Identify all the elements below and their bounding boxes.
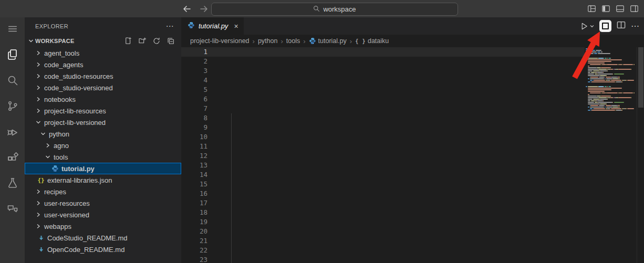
- line-number[interactable]: 16: [181, 189, 207, 198]
- new-file-icon[interactable]: [124, 37, 132, 46]
- tree-folder-webapps[interactable]: webapps: [25, 220, 181, 232]
- back-arrow-icon[interactable]: [183, 5, 191, 13]
- line-number[interactable]: 14: [181, 170, 207, 180]
- activity-bar-run-debug-icon[interactable]: [6, 125, 19, 139]
- breadcrumb-label: tools: [286, 37, 300, 45]
- tree-folder-code_studio-resources[interactable]: code_studio-resources: [25, 70, 181, 82]
- line-number[interactable]: 7: [181, 104, 207, 113]
- minimap[interactable]: [585, 47, 637, 263]
- line-number[interactable]: 3: [181, 66, 207, 76]
- customize-layout-icon[interactable]: [587, 4, 596, 13]
- tree-folder-agno[interactable]: agno: [25, 140, 181, 151]
- scrollbar-slider[interactable]: [638, 47, 643, 108]
- activity-bar-menu-icon[interactable]: [6, 22, 19, 36]
- chevron-down-icon: [27, 38, 35, 44]
- tree-item-label: notebooks: [44, 96, 76, 103]
- tree-item-label: external-libraries.json: [47, 176, 112, 184]
- chevron-right-icon: [34, 224, 43, 229]
- tree-folder-recipes[interactable]: recipes: [25, 186, 181, 197]
- scrollbar-track[interactable]: [637, 47, 644, 263]
- line-number[interactable]: 15: [181, 180, 207, 189]
- tree-folder-code_studio-versioned[interactable]: code_studio-versioned: [25, 82, 181, 93]
- line-number[interactable]: 13: [181, 161, 207, 170]
- breadcrumb-item-tutorial.py[interactable]: tutorial.py: [309, 37, 347, 45]
- line-number[interactable]: 22: [181, 246, 207, 255]
- line-number[interactable]: 18: [181, 208, 207, 217]
- chevron-right-icon: [44, 143, 52, 148]
- breadcrumb-item-dataiku[interactable]: { }dataiku: [355, 37, 389, 45]
- line-number[interactable]: 12: [181, 151, 207, 161]
- command-center-search[interactable]: workspace: [211, 3, 458, 16]
- tree-file-external-libraries.json[interactable]: {}external-libraries.json: [25, 174, 181, 186]
- line-number[interactable]: 4: [181, 76, 207, 85]
- breadcrumb-item-tools[interactable]: tools: [286, 37, 300, 45]
- tree-folder-user-versioned[interactable]: user-versioned: [25, 209, 181, 220]
- chevron-right-icon: [34, 97, 43, 102]
- refresh-explorer-icon[interactable]: [152, 37, 161, 46]
- tab-close-icon[interactable]: ×: [234, 22, 238, 30]
- breadcrumb-label: tutorial.py: [318, 37, 347, 45]
- line-number[interactable]: 9: [181, 123, 207, 132]
- code-editor[interactable]: 1234567891011121314151617181920212223 im…: [181, 47, 644, 263]
- toggle-secondary-sidebar-icon[interactable]: [630, 4, 639, 13]
- line-number[interactable]: 5: [181, 85, 207, 94]
- activity-bar-explorer-icon[interactable]: [6, 48, 19, 61]
- explorer-title: EXPLORER: [35, 23, 68, 29]
- chevron-right-icon: [34, 108, 43, 113]
- tree-file-CodeStudio_README.md[interactable]: CodeStudio_README.md: [25, 232, 181, 244]
- toggle-panel-icon[interactable]: [616, 4, 625, 13]
- line-number[interactable]: 2: [181, 57, 207, 66]
- line-number[interactable]: 11: [181, 142, 207, 151]
- line-number[interactable]: 23: [181, 255, 207, 263]
- collapse-folders-icon[interactable]: [167, 37, 175, 46]
- tree-folder-project-lib-versioned[interactable]: project-lib-versioned: [25, 117, 181, 128]
- line-number[interactable]: 17: [181, 198, 207, 208]
- activity-bar-search-icon[interactable]: [6, 73, 19, 87]
- tree-item-label: user-resources: [44, 199, 90, 207]
- tree-folder-tools[interactable]: tools: [25, 151, 181, 163]
- tree-item-label: CodeStudio_README.md: [47, 234, 127, 242]
- tree-file-OpenCode_README.md[interactable]: OpenCode_README.md: [25, 244, 181, 255]
- chevron-down-icon: [34, 120, 43, 125]
- breadcrumb-separator-icon: ›: [251, 37, 256, 45]
- tree-folder-user-resources[interactable]: user-resources: [25, 197, 181, 209]
- tree-folder-python[interactable]: python: [25, 128, 181, 140]
- line-number[interactable]: 19: [181, 217, 207, 227]
- breadcrumb-separator-icon: ›: [348, 37, 354, 45]
- tree-folder-project-lib-resources[interactable]: project-lib-resources: [25, 105, 181, 117]
- tree-folder-code_agents[interactable]: code_agents: [25, 59, 181, 70]
- run-python-file-button[interactable]: [579, 22, 595, 31]
- tree-item-label: project-lib-resources: [44, 107, 106, 115]
- activity-bar-source-control-icon[interactable]: [6, 99, 19, 113]
- tree-folder-agent_tools[interactable]: agent_tools: [25, 47, 181, 59]
- breadcrumb-label: project-lib-versioned: [190, 37, 250, 45]
- highlighted-square-button[interactable]: [599, 20, 611, 32]
- line-number[interactable]: 21: [181, 236, 207, 246]
- tree-item-label: OpenCode_README.md: [47, 246, 124, 254]
- split-editor-icon[interactable]: [616, 20, 626, 32]
- explorer-more-icon[interactable]: ⋯: [166, 22, 174, 31]
- line-number[interactable]: 8: [181, 113, 207, 123]
- activity-bar-comments-icon[interactable]: [6, 202, 19, 216]
- line-number[interactable]: 1: [181, 47, 207, 57]
- line-number[interactable]: 20: [181, 227, 207, 236]
- line-number[interactable]: 6: [181, 94, 207, 104]
- tab-label: tutorial.py: [199, 22, 228, 30]
- line-number[interactable]: 10: [181, 132, 207, 142]
- toggle-primary-sidebar-icon[interactable]: [601, 4, 610, 13]
- workspace-section-header[interactable]: WORKSPACE: [25, 35, 181, 47]
- chevron-right-icon: [34, 50, 43, 56]
- tree-item-label: webapps: [44, 223, 71, 230]
- more-actions-icon[interactable]: ⋯: [631, 21, 640, 31]
- activity-bar-extensions-icon[interactable]: [6, 151, 19, 164]
- square-glyph-icon: [602, 23, 609, 29]
- activity-bar-testing-icon[interactable]: [6, 176, 19, 190]
- tree-folder-notebooks[interactable]: notebooks: [25, 93, 181, 105]
- new-folder-icon[interactable]: [138, 37, 147, 46]
- tab-tutorial-py[interactable]: tutorial.py ×: [181, 17, 244, 35]
- breadcrumb-item-python[interactable]: python: [258, 37, 278, 45]
- forward-arrow-icon[interactable]: [200, 5, 208, 13]
- tree-item-label: code_studio-resources: [44, 72, 113, 80]
- tree-file-tutorial.py[interactable]: tutorial.py: [25, 163, 181, 174]
- breadcrumb-item-project-lib-versioned[interactable]: project-lib-versioned: [190, 37, 250, 45]
